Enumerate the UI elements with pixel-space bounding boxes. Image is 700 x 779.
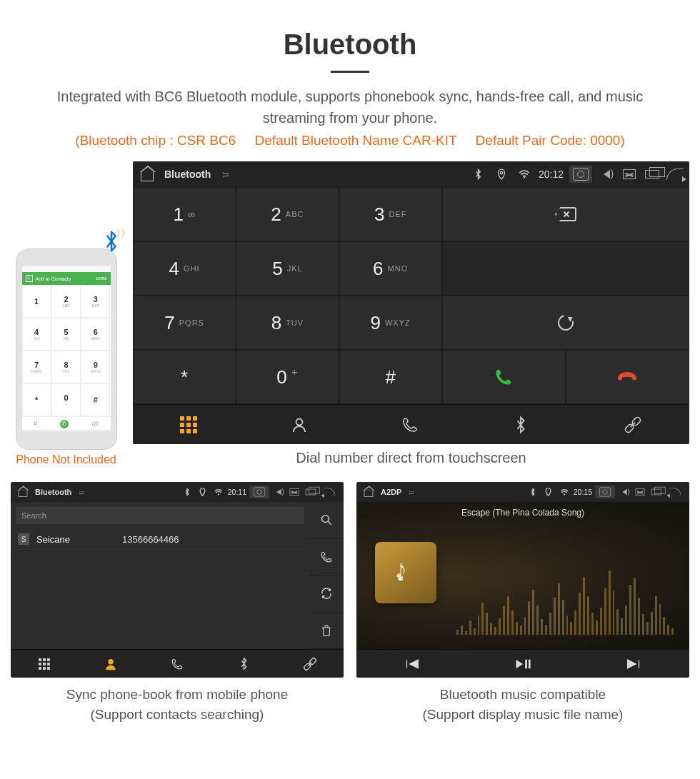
svg-point-13 — [564, 493, 565, 495]
key-3[interactable]: 3DEF — [339, 187, 442, 241]
key-backspace[interactable] — [442, 187, 689, 241]
status-bar: Bluetooth ⎍ 20:11 — [11, 482, 344, 502]
svg-rect-15 — [529, 659, 531, 668]
location-icon — [196, 486, 209, 498]
phone-add-contact-bar: + Add to Contacts MORE — [22, 272, 111, 285]
page-title: Bluetooth — [11, 29, 689, 61]
dialer-caption: Dial number direct from touchscreen — [133, 450, 689, 466]
clock: 20:15 — [574, 488, 592, 496]
music-note-icon — [391, 558, 420, 587]
svg-point-1 — [524, 177, 525, 179]
camera-icon[interactable] — [595, 486, 615, 498]
home-icon[interactable] — [362, 486, 375, 498]
close-window-icon[interactable] — [288, 486, 301, 498]
key-star[interactable]: * — [133, 350, 236, 404]
tab-calllog-icon[interactable] — [401, 416, 419, 433]
phone-more-label: MORE — [96, 276, 107, 281]
key-5[interactable]: 5JKL — [236, 241, 339, 296]
key-4[interactable]: 4GHI — [133, 241, 236, 296]
home-icon[interactable] — [139, 166, 156, 183]
contact-row-empty — [11, 550, 309, 574]
recent-apps-icon[interactable] — [649, 486, 664, 498]
back-icon[interactable] — [321, 486, 338, 498]
headunit-dialer: Bluetooth ⎍ 20:12 1∞ — [133, 161, 689, 444]
contact-initial-badge: S — [18, 533, 29, 545]
wifi-icon — [212, 486, 225, 498]
side-call-icon[interactable] — [309, 539, 344, 576]
camera-icon[interactable] — [249, 486, 269, 498]
tab-dialpad-icon[interactable] — [36, 655, 53, 673]
hangup-button[interactable] — [566, 350, 689, 404]
app-title: Bluetooth — [35, 488, 71, 496]
wifi-icon — [516, 166, 533, 183]
bluetooth-status-icon — [470, 166, 487, 183]
close-window-icon[interactable] — [634, 486, 646, 498]
key-7[interactable]: 7PQRS — [133, 296, 236, 350]
key-9[interactable]: 9WXYZ — [339, 296, 442, 350]
phone-back-icon: ⌫ — [91, 421, 99, 427]
key-redial[interactable] — [442, 296, 689, 350]
back-icon[interactable] — [666, 166, 684, 183]
key-2[interactable]: 2ABC — [236, 187, 339, 241]
svg-line-8 — [328, 522, 331, 526]
clock: 20:12 — [539, 169, 564, 180]
usb-icon: ⎍ — [404, 486, 417, 498]
tab-contacts-icon[interactable] — [102, 655, 119, 673]
phone-call-icon: ✆ — [60, 420, 69, 428]
close-window-icon[interactable] — [621, 166, 638, 183]
phone-mockup: ⟯⟯ + Add to Contacts MORE 1 2ABC 3DEF 4G… — [16, 249, 116, 449]
prev-track-icon[interactable] — [404, 655, 421, 673]
key-blank — [442, 241, 689, 296]
key-6[interactable]: 6MNO — [339, 241, 442, 296]
phone-keypad: 1 2ABC 3DEF 4GHI 5JKL 6MNO 7PQRS 8TUV 9W… — [22, 285, 111, 416]
keypad-tab-icon: ⠿ — [34, 421, 37, 427]
tab-contacts-icon[interactable] — [291, 416, 308, 433]
phone-add-label: Add to Contacts — [36, 276, 71, 281]
album-art — [375, 542, 436, 603]
bluetooth-status-icon — [181, 486, 194, 498]
tab-pair-icon[interactable] — [619, 411, 646, 438]
bluetooth-specs: (Bluetooth chip : CSR BC6 Default Blueto… — [11, 133, 689, 149]
app-title: Bluetooth — [164, 169, 211, 180]
call-button[interactable] — [442, 350, 566, 404]
clock: 20:11 — [228, 488, 246, 496]
page-subtitle: Integrated with BC6 Bluetooth module, su… — [36, 86, 664, 129]
key-hash[interactable]: # — [339, 350, 442, 404]
tab-calllog-icon[interactable] — [169, 655, 186, 673]
recent-apps-icon[interactable] — [304, 486, 318, 498]
tab-bluetooth-icon[interactable] — [512, 416, 529, 433]
home-icon[interactable] — [16, 486, 29, 498]
svg-point-6 — [218, 493, 219, 495]
volume-icon[interactable] — [618, 486, 631, 498]
camera-icon[interactable] — [569, 166, 592, 183]
signal-waves-icon: ⟯⟯ — [116, 226, 126, 238]
volume-icon[interactable] — [598, 166, 615, 183]
recent-apps-icon[interactable] — [644, 166, 661, 183]
tab-dialpad-icon[interactable] — [180, 416, 197, 433]
tab-pair-icon[interactable] — [298, 652, 322, 676]
usb-icon: ⎍ — [216, 166, 234, 183]
title-divider — [331, 71, 369, 73]
equalizer-visual — [456, 538, 674, 635]
next-track-icon[interactable] — [625, 655, 642, 673]
contact-number: 13566664466 — [122, 534, 179, 545]
usb-icon: ⎍ — [74, 486, 87, 498]
search-input[interactable]: Search — [16, 507, 304, 524]
side-search-icon[interactable] — [309, 502, 344, 539]
svg-rect-14 — [525, 659, 527, 668]
contact-row[interactable]: S Seicane 13566664466 — [11, 529, 309, 550]
volume-icon[interactable] — [272, 486, 285, 498]
back-icon[interactable] — [666, 486, 684, 498]
contact-row-empty — [11, 598, 309, 623]
play-pause-icon[interactable] — [514, 655, 531, 673]
key-8[interactable]: 8TUV — [236, 296, 339, 350]
key-1[interactable]: 1∞ — [133, 187, 236, 241]
status-bar: A2DP ⎍ 20:15 — [356, 482, 689, 502]
wifi-icon — [558, 486, 571, 498]
side-delete-icon[interactable] — [309, 613, 344, 650]
phone-call-icon — [494, 367, 514, 387]
phone-note: Phone Not Included — [11, 453, 121, 466]
side-sync-icon[interactable] — [309, 576, 344, 613]
tab-bluetooth-icon[interactable] — [235, 655, 252, 673]
key-0[interactable]: 0+ — [236, 350, 339, 404]
